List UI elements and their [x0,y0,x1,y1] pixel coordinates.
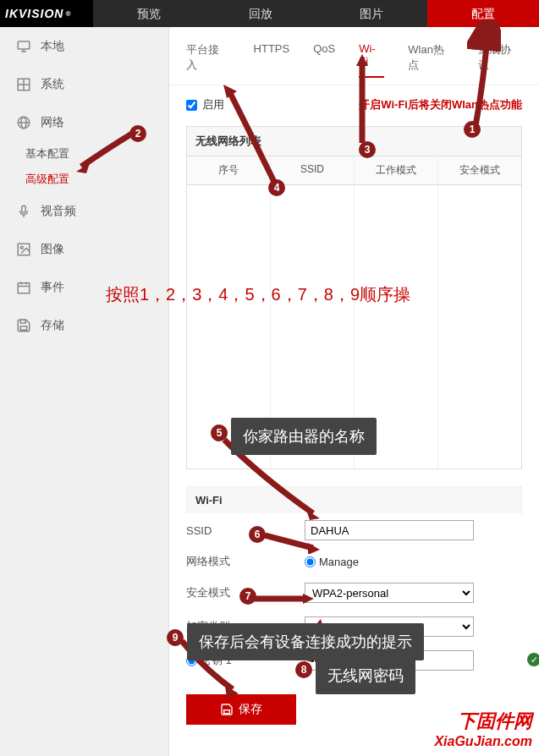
arrow-3 [354,54,371,147]
topnav-playback[interactable]: 回放 [205,0,316,27]
brand-logo: IKVISION® [0,0,93,27]
svg-rect-0 [18,41,30,49]
svg-point-12 [20,246,23,249]
sidebar-label: 本地 [41,39,64,54]
sidebar-label: 事件 [41,280,64,295]
sidebar-item-storage[interactable]: 存储 [0,306,168,344]
save-button[interactable]: 保存 [186,694,296,725]
badge-5: 5 [211,425,228,441]
ssid-input[interactable] [305,520,474,540]
topnav-preview[interactable]: 预览 [93,0,205,27]
sidebar-label: 存储 [41,318,64,333]
netmode-label: 网络模式 [186,554,305,569]
svg-rect-13 [18,282,30,293]
mic-icon [14,204,34,219]
svg-rect-19 [224,710,230,714]
save-icon [14,318,34,333]
check-icon: ✓ [527,653,539,666]
th-secmode: 安全模式 [438,156,521,184]
grid-icon [14,77,34,92]
secmode-select[interactable]: WPA2-personal [305,583,474,603]
netmode-radio-manage[interactable]: Manage [305,556,522,568]
th-ssid: SSID [271,156,355,184]
enable-checkbox-label[interactable]: 启用 [186,97,224,112]
svg-rect-17 [20,326,27,330]
th-workmode: 工作模式 [355,156,438,184]
sidebar-item-local[interactable]: 本地 [0,27,168,65]
badge-4: 4 [268,179,285,196]
arrow-7 [252,592,316,607]
save-button-label: 保存 [239,702,262,717]
monitor-icon [14,39,34,54]
sidebar-item-system[interactable]: 系统 [0,65,168,103]
badge-7: 7 [239,588,256,605]
arrow-2 [74,131,138,173]
globe-icon [14,115,34,130]
badge-8: 8 [295,661,312,678]
badge-3: 3 [359,141,376,158]
netmode-radio[interactable] [305,556,316,567]
badge-9: 9 [167,629,184,646]
sidebar-item-image[interactable]: 图像 [0,230,168,268]
tab-https[interactable]: HTTPS [254,42,290,78]
sidebar-label: 视音频 [41,204,76,219]
image-icon [14,242,34,257]
tooltip-wifi-password: 无线网密码 [316,657,415,694]
topnav-picture[interactable]: 图片 [316,0,428,27]
sidebar-label: 系统 [41,77,64,92]
watermark-line1: 下固件网 [434,709,532,734]
svg-rect-18 [20,320,25,323]
tab-wlanhotspot[interactable]: Wlan热点 [408,42,454,78]
tab-platform[interactable]: 平台接入 [186,42,230,78]
instruction-text: 按照1，2，3，4，5，6，7，8，9顺序操 [106,283,410,306]
arrow-1 [467,20,501,130]
sidebar-label: 网络 [41,115,64,130]
watermark-line2: XiaGuJian.com [434,734,532,749]
tooltip-save-success: 保存后会有设备连接成功的提示 [187,623,424,660]
watermark: 下固件网 XiaGuJian.com [434,709,532,749]
calendar-icon [14,280,34,295]
top-bar: IKVISION® 预览 回放 图片 配置 [0,0,539,27]
arrow-4 [222,85,281,186]
enable-checkbox[interactable] [186,100,197,111]
tab-qos[interactable]: QoS [313,42,335,78]
sidebar-label: 图像 [41,242,64,257]
save-disk-icon [220,703,234,716]
arrow-6 [262,533,322,554]
badge-2: 2 [129,125,146,142]
sidebar-item-av[interactable]: 视音频 [0,192,168,230]
badge-1: 1 [464,121,481,138]
svg-rect-9 [22,205,26,212]
tooltip-router-name: 你家路由器的名称 [231,418,377,455]
badge-6: 6 [249,526,266,543]
